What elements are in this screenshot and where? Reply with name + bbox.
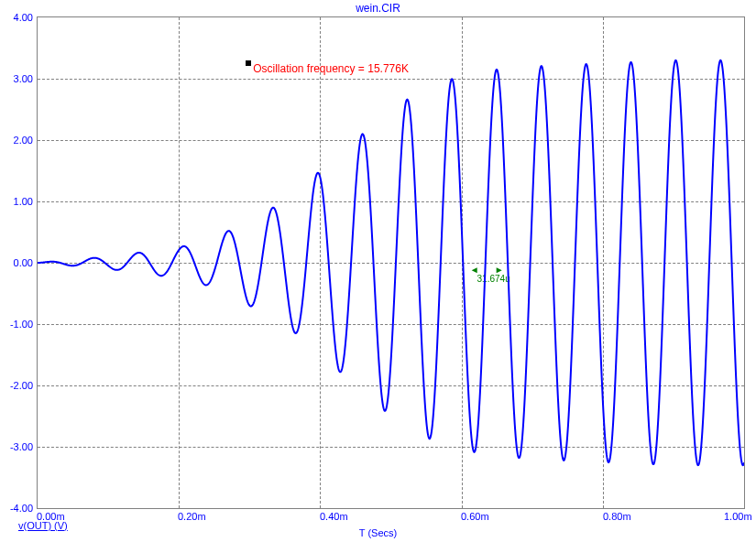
ytick-0: 0.00 <box>0 257 33 268</box>
ytick-3: 3.00 <box>0 73 33 84</box>
ytick-m1: -1.00 <box>0 319 33 330</box>
page-title: wein.CIR <box>0 2 756 15</box>
ytick-2: 2.00 <box>0 135 33 146</box>
ytick-m4: -4.00 <box>0 503 33 514</box>
ytick-m3: -3.00 <box>0 441 33 452</box>
xtick-06: 0.60m <box>461 511 516 522</box>
ytick-4: 4.00 <box>0 12 33 23</box>
xtick-10: 1.00m <box>724 511 756 522</box>
ytick-m2: -2.00 <box>0 380 33 391</box>
plot-area: Oscillation frequency = 15.776K ◄ ► 31.6… <box>37 16 745 509</box>
xtick-02: 0.20m <box>178 511 233 522</box>
xtick-08: 0.80m <box>603 511 658 522</box>
xtick-04: 0.40m <box>320 511 375 522</box>
ytick-1: 1.00 <box>0 196 33 207</box>
waveform-line <box>38 17 744 508</box>
x-axis-label: T (Secs) <box>0 527 756 538</box>
